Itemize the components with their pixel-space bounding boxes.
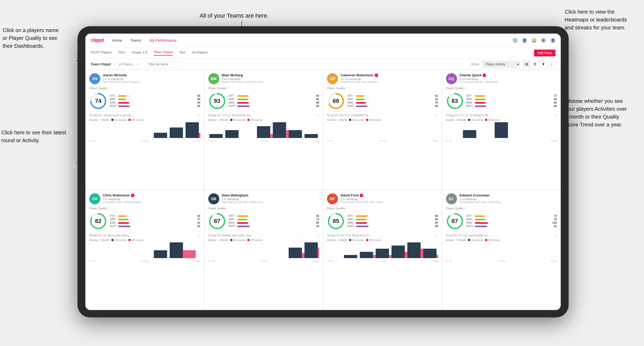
user-icon[interactable]: 👤: [522, 38, 527, 43]
latest-round[interactable]: 02 Sep 23 | Sunset round to get back int…: [89, 111, 200, 117]
player-name[interactable]: Blair McHarg: [222, 73, 319, 77]
list-view-button[interactable]: ☰: [531, 61, 539, 68]
quality-circle[interactable]: 82: [89, 212, 107, 230]
quality-circle[interactable]: 83: [446, 92, 464, 110]
latest-round[interactable]: 26 Aug 23 | 73 (+1), Royal North Devon G…: [208, 111, 319, 117]
stats-grid: OTT 84 APP 85 ARG 88 PUTT 95: [229, 94, 319, 108]
stat-app-value: 80: [490, 98, 557, 101]
subtab-hcaps[interactable]: Hcaps 1-5: [132, 50, 147, 55]
nav-teams[interactable]: Teams: [130, 38, 141, 42]
quality-section[interactable]: 85 OTT 89 APP 80 ARG 83 PUTT 96: [327, 212, 438, 230]
filter-input[interactable]: [146, 61, 182, 67]
grid-view-button[interactable]: ⊞: [523, 61, 530, 68]
subtab-tour[interactable]: Tour: [179, 50, 185, 55]
quality-section[interactable]: 93 OTT 84 APP 85 ARG 88 PUTT 95: [208, 92, 319, 110]
show-select[interactable]: Player Activity Quality Score Trend: [482, 61, 520, 68]
subtab-team-clippd[interactable]: Team Clippd: [154, 50, 173, 56]
player-name[interactable]: Aaron Nicholls: [103, 73, 200, 77]
chart-date-2: 21 Aug: [141, 260, 148, 262]
search-icon[interactable]: 🔍: [512, 38, 518, 43]
player-card[interactable]: CR Chris Robertson ✓ 1-5 Handicap Craigm…: [85, 190, 204, 310]
stat-putt-value: 95: [252, 105, 319, 108]
chart-dates: 31 Jul 21 Aug 4 Sep: [208, 260, 319, 262]
chart-date-1: 31 Jul: [208, 260, 215, 262]
edit-team-icon[interactable]: ✏: [136, 62, 139, 66]
player-card[interactable]: CR Cameron Robertson ✓ 11-15 Handicap Ro…: [323, 70, 442, 190]
player-handicap: 11-15 Handicap: [103, 77, 200, 81]
filter-view-button[interactable]: ▼: [540, 61, 547, 68]
player-avatar: DF: [327, 193, 338, 204]
bell-icon[interactable]: 🔔: [531, 38, 537, 43]
stat-ott-label: OTT: [466, 94, 473, 97]
sort-view-button[interactable]: ↕: [548, 61, 555, 68]
on-course-legend: On course: [230, 119, 245, 121]
player-card[interactable]: DB Dave Billingham 1-5 Handicap Sag Magi…: [204, 190, 323, 310]
quality-section[interactable]: 83 OTT 77 APP 80 ARG 83 PUTT 86: [446, 92, 557, 110]
stats-grid: OTT 60 APP 77 ARG 81 PUTT 91: [110, 215, 200, 228]
quality-circle[interactable]: 68: [327, 92, 345, 110]
player-handicap: 1-5 Handicap: [341, 198, 438, 201]
player-card[interactable]: EC Edward Crossman 1-5 Handicap Sunningd…: [442, 190, 561, 310]
verified-badge: ✓: [375, 73, 378, 77]
stat-ott-value: 89: [371, 215, 438, 217]
settings-icon[interactable]: ⚙: [541, 38, 546, 43]
latest-round[interactable]: 05 Mar 23 | 19, Must make putting →: [89, 232, 200, 237]
chart-date-1: 31 Jul: [446, 140, 452, 142]
svg-rect-40: [344, 255, 357, 258]
player-name[interactable]: Cameron Robertson ✓: [341, 73, 438, 77]
subtab-all-players[interactable]: All Players: [192, 50, 208, 55]
player-name[interactable]: Charlie Quick ✓: [460, 73, 557, 77]
player-card[interactable]: DF David Ford ✓ 1-5 Handicap Royal North…: [323, 190, 442, 310]
quality-circle[interactable]: 74: [89, 92, 107, 110]
tablet-frame: clippd Home Teams My Performance 🔍 👤 🔔 ⚙…: [77, 26, 569, 317]
latest-round-text: 07 Aug 23 | 77 (+7), St George's Hill GC…: [446, 114, 491, 117]
on-course-legend: On course: [230, 239, 245, 242]
quality-circle[interactable]: 93: [208, 92, 226, 110]
player-name[interactable]: David Ford ✓: [341, 193, 438, 197]
player-card[interactable]: CQ Charlie Quick ✓ 6-10 Handicap St. Geo…: [442, 70, 561, 190]
add-team-button[interactable]: Add Team: [534, 50, 555, 56]
player-name[interactable]: Edward Crossman: [460, 193, 557, 197]
svg-rect-17: [273, 122, 286, 138]
latest-round[interactable]: 04 Sep 23 | Mobility with coach, Gym →: [208, 232, 319, 237]
player-card[interactable]: BM Blair McHarg Plus Handicap Royal Nort…: [204, 70, 323, 190]
nav-my-performance[interactable]: My Performance: [150, 38, 177, 42]
svg-rect-43: [376, 249, 389, 258]
subtab-pgat[interactable]: PGAT Players: [91, 50, 112, 55]
stat-app-label: APP: [466, 98, 473, 101]
latest-round[interactable]: 18 Jul 23 | 74 (+4), Sunningdale GC - Ol…: [446, 232, 557, 237]
quality-section[interactable]: 87 OTT 82 APP 74 ARG 85 PUTT 94: [208, 212, 319, 230]
stat-putt-label: PUTT: [110, 225, 117, 228]
svg-rect-19: [289, 130, 302, 138]
chart-date-1: 31 Jul: [89, 140, 96, 142]
subtabs-bar: PGAT Players PGA Hcaps 1-5 Team Clippd T…: [85, 47, 561, 59]
latest-round[interactable]: 02 Jul 23 | 59 (+17), Craigmillar Park G…: [327, 111, 438, 117]
chart-date-1: 31 Jul: [89, 260, 96, 262]
player-card[interactable]: AN Aaron Nicholls 11-15 Handicap Drift G…: [85, 70, 204, 190]
subtabs-right: Add Team: [534, 50, 555, 56]
quality-number: 93: [214, 98, 220, 104]
quality-section[interactable]: 74 OTT 60 APP 58 ARG 84 PUTT 85: [89, 92, 200, 110]
nav-home[interactable]: Home: [112, 38, 122, 42]
quality-section[interactable]: 68 OTT 61 APP 63 ARG 75 PUTT 85: [327, 92, 438, 110]
player-card-header: CQ Charlie Quick ✓ 6-10 Handicap St. Geo…: [446, 73, 557, 84]
brand-logo[interactable]: clippd: [91, 38, 104, 43]
quality-circle[interactable]: 87: [446, 212, 464, 230]
activity-label: Activity · 1 Month On course Off course: [89, 119, 200, 121]
chart-date-2: 21 Aug: [498, 260, 505, 262]
player-info: Charlie Quick ✓ 6-10 Handicap St. George…: [460, 73, 557, 83]
quality-section[interactable]: 82 OTT 60 APP 77 ARG 81 PUTT 91: [89, 212, 200, 230]
chart-date-3: 4 Sep: [313, 260, 319, 262]
quality-section[interactable]: 87 OTT 73 APP 79 ARG 103 PUTT 92: [446, 212, 557, 230]
stat-app-value: 74: [252, 218, 319, 221]
quality-circle[interactable]: 87: [208, 212, 226, 230]
avatar-icon[interactable]: 👤: [550, 38, 555, 43]
svg-rect-49: [423, 249, 437, 258]
subtab-pga[interactable]: PGA: [118, 50, 125, 55]
quality-circle[interactable]: 85: [327, 212, 345, 230]
latest-round[interactable]: 07 Aug 23 | 77 (+7), St George's Hill GC…: [446, 111, 557, 117]
latest-round[interactable]: 26 Aug 23 | 84 (+12), Royal North Devon …: [327, 232, 438, 237]
player-name[interactable]: Dave Billingham: [222, 193, 319, 197]
stat-putt-value: 96: [371, 225, 438, 228]
player-name[interactable]: Chris Robertson ✓: [103, 193, 200, 197]
